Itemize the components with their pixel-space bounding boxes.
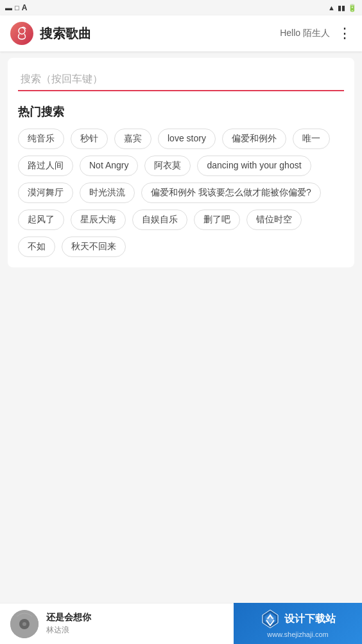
hot-search-tag[interactable]: 起风了 xyxy=(18,210,64,230)
watermark: 设计下载站 www.shejizhaji.com xyxy=(234,603,362,644)
toolbar: 搜索歌曲 Hello 陌生人 ⋮ xyxy=(0,15,362,51)
hot-search-title: 热门搜索 xyxy=(18,104,344,120)
hot-search-tag[interactable]: 唯一 xyxy=(293,129,330,149)
hot-search-tag[interactable]: 秒针 xyxy=(71,129,108,149)
hot-search-tag[interactable]: 嘉宾 xyxy=(114,129,151,149)
toolbar-right: Hello 陌生人 ⋮ xyxy=(280,25,352,42)
status-bar-right: ▲ ▮▮ 🔋 xyxy=(328,4,357,12)
app-logo xyxy=(10,22,33,45)
hot-search-tag[interactable]: Not Angry xyxy=(80,156,138,176)
hot-search-tag[interactable]: 星辰大海 xyxy=(71,210,126,230)
svg-point-3 xyxy=(22,622,26,626)
signal-icon: ▮▮ xyxy=(338,4,345,12)
square-icon: □ xyxy=(15,4,19,12)
main-content: 热门搜索 纯音乐秒针嘉宾love story偏爱和例外唯一路过人间Not Ang… xyxy=(8,58,354,267)
hot-search-tag[interactable]: 偏爱和例外 我该要怎么做才能被你偏爱? xyxy=(141,183,321,203)
svg-point-0 xyxy=(19,28,25,34)
hot-search-tag[interactable]: 错位时空 xyxy=(246,210,302,230)
status-bar-left: ▬ □ A xyxy=(5,3,27,12)
hot-search-tag[interactable]: 漠河舞厅 xyxy=(18,183,73,203)
toolbar-left: 搜索歌曲 xyxy=(10,22,91,45)
battery-icon: 🔋 xyxy=(348,4,357,12)
hot-search-tag[interactable]: love story xyxy=(158,129,216,149)
search-input[interactable] xyxy=(18,68,344,91)
status-bar: ▬ □ A ▲ ▮▮ 🔋 xyxy=(0,0,362,15)
hot-search-tag[interactable]: 删了吧 xyxy=(194,210,240,230)
watermark-logo: 设计下载站 xyxy=(260,609,336,629)
hot-search-tag[interactable]: dancing with your ghost xyxy=(197,156,311,176)
album-art xyxy=(10,610,39,638)
hot-search-tag[interactable]: 时光洪流 xyxy=(80,183,135,203)
hello-text: Hello 陌生人 xyxy=(280,28,330,39)
more-menu-icon[interactable]: ⋮ xyxy=(338,25,352,42)
tags-container: 纯音乐秒针嘉宾love story偏爱和例外唯一路过人间Not Angry阿衣莫… xyxy=(18,129,344,257)
hot-search-tag[interactable]: 路过人间 xyxy=(18,156,73,176)
hot-search-tag[interactable]: 秋天不回来 xyxy=(62,237,126,257)
watermark-icon xyxy=(260,609,280,629)
hot-search-tag[interactable]: 自娱自乐 xyxy=(132,210,187,230)
wifi-icon: ▲ xyxy=(328,4,335,12)
hot-search-tag[interactable]: 不如 xyxy=(18,237,55,257)
player-bar: 还是会想你 林达浪 设计下载站 www.shejizhaji.com xyxy=(0,603,362,644)
watermark-brand-text: 设计下载站 xyxy=(284,613,336,626)
hot-search-tag[interactable]: 纯音乐 xyxy=(18,129,64,149)
rect-icon: ▬ xyxy=(5,4,12,12)
a-icon: A xyxy=(22,3,28,12)
watermark-url: www.shejizhaji.com xyxy=(267,631,328,638)
hot-search-tag[interactable]: 偏爱和例外 xyxy=(222,129,286,149)
hot-search-tag[interactable]: 阿衣莫 xyxy=(144,156,191,176)
app-title: 搜索歌曲 xyxy=(40,25,91,42)
